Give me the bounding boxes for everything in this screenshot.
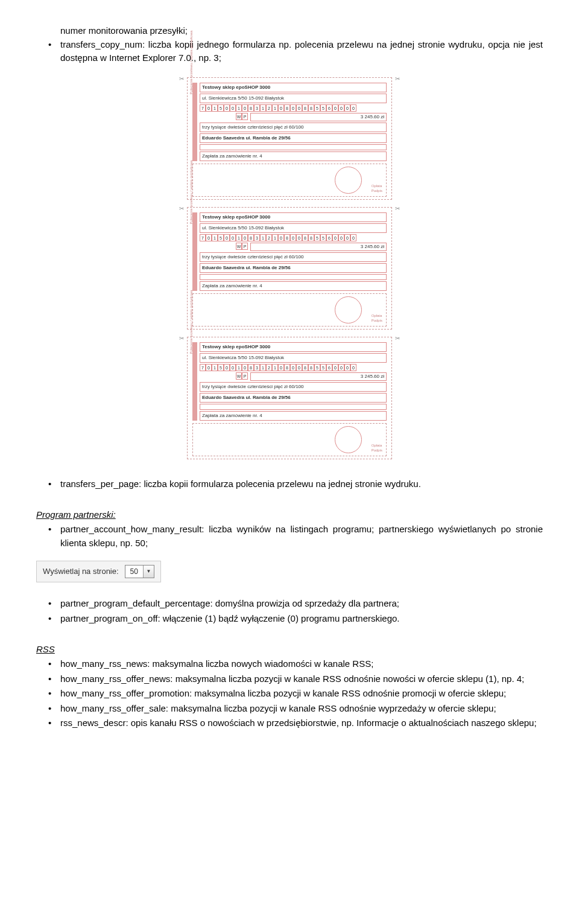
stamp-circle-icon — [335, 167, 362, 194]
bullet-text: partner_account_how_many_result: liczba … — [60, 524, 543, 548]
bullet-text: how_many_rss_news: maksymalna liczba now… — [60, 658, 373, 669]
digit: 0 — [230, 234, 236, 241]
stamp-labels: Opłata Podpis — [372, 184, 382, 194]
digit: 0 — [338, 234, 344, 241]
transfer-forms-preview: ✂ ✂ Polecenie przelewu / wpłata gotówkow… — [36, 77, 543, 459]
digit: 0 — [242, 364, 248, 371]
digit: 0 — [224, 364, 230, 371]
slip-amount-words: trzy tysiące dwieście czterdzieści pięć … — [200, 123, 387, 132]
bullet-rss-offer-news: how_many_rss_offer_news: maksymalna licz… — [36, 672, 543, 686]
slip-amount: 3 245.60 zł — [250, 372, 387, 381]
cur-letter: P — [242, 372, 248, 380]
digit: 1 — [212, 104, 218, 112]
digit: 6 — [326, 234, 332, 241]
digit: 5 — [218, 364, 224, 371]
per-page-dropdown-widget: Wyświetlaj na stronie: 50 ▼ — [36, 561, 161, 582]
stamp-label-fee: Opłata — [372, 184, 382, 189]
slip-payer: Eduardo Saavedra ul. Rambla de 29/56 — [200, 133, 387, 143]
digit: 8 — [248, 234, 254, 241]
bullet-text: partner_program_on_off: włączenie (1) bą… — [60, 613, 400, 623]
slip-title: Zapłata za zamówienie nr. 4 — [200, 281, 387, 291]
digit: 8 — [308, 364, 314, 371]
bullet-text: how_many_rss_offer_news: maksymalna licz… — [60, 674, 524, 684]
digit: 5 — [320, 364, 326, 371]
scissor-icon: ✂ — [395, 204, 400, 213]
slip-shop-name: Testowy sklep epoSHOP 3000 — [200, 342, 387, 352]
digit: 1 — [272, 364, 278, 371]
digit: 7 — [200, 234, 206, 241]
select-value: 50 — [125, 566, 143, 577]
scissor-icon: ✂ — [179, 334, 184, 343]
digit: 0 — [278, 234, 284, 241]
digit: 1 — [260, 104, 266, 112]
bullet-text: transfers_copy_num: liczba kopii jednego… — [60, 39, 543, 63]
cur-letter: W — [236, 372, 242, 380]
digit: 0 — [350, 234, 356, 241]
digit: 5 — [314, 104, 320, 112]
digit: 1 — [236, 364, 242, 371]
slip-payer: Eduardo Saavedra ul. Rambla de 29/56 — [200, 263, 387, 273]
digit: 0 — [344, 104, 350, 112]
digit: 1 — [212, 234, 218, 241]
bullet-text: rss_news_descr: opis kanału RSS o nowośc… — [60, 718, 537, 728]
cur-letter: W — [236, 243, 242, 250]
slip-shop-name: Testowy sklep epoSHOP 3000 — [200, 212, 387, 222]
digit: 0 — [224, 234, 230, 241]
bullet-rss-news: how_many_rss_news: maksymalna liczba now… — [36, 657, 543, 671]
slip-amount: 3 245.60 zł — [250, 243, 387, 251]
digit: 1 — [260, 364, 266, 371]
heading-partner-program: Program partnerski: — [36, 508, 543, 522]
slip-vertical-label: Polecenie przelewu / wpłata gotówkowa — [189, 164, 194, 224]
transfer-slip: ✂ ✂ Polecenie przelewu / wpłata gotówkow… — [187, 77, 392, 200]
digit: 0 — [296, 234, 302, 241]
bullet-transfers-per-page: transfers_per_page: liczba kopii formula… — [36, 477, 543, 491]
digit: 8 — [248, 104, 254, 112]
digit: 8 — [284, 104, 290, 112]
stamp-labels: Opłata Podpis — [372, 314, 382, 323]
digit: 8 — [248, 364, 254, 371]
after-forms-list: transfers_per_page: liczba kopii formula… — [36, 477, 543, 491]
digit: 0 — [206, 364, 212, 371]
digit: 6 — [326, 104, 332, 112]
digit: 0 — [344, 234, 350, 241]
digit: 2 — [266, 104, 272, 112]
per-page-select[interactable]: 50 ▼ — [125, 565, 154, 578]
slip-amount-words: trzy tysiące dwieście czterdzieści pięć … — [200, 382, 387, 392]
slip-empty-row — [200, 144, 387, 150]
bullet-partner-on-off: partner_program_on_off: włączenie (1) bą… — [36, 612, 543, 626]
slip-amount-words: trzy tysiące dwieście czterdzieści pięć … — [200, 252, 387, 262]
digit: 0 — [242, 104, 248, 112]
digit: 3 — [254, 234, 260, 241]
partner-list-2: partner_program_default_percentage: domy… — [36, 597, 543, 625]
stamp-label-fee: Opłata — [372, 444, 382, 448]
transfer-slip: ✂ ✂ Polecenie przelewu / wpłata gotówkow… — [187, 337, 392, 459]
slip-empty-row — [200, 404, 387, 410]
bullet-text: how_many_rss_offer_promotion: maksymalna… — [60, 688, 506, 698]
bullet-partner-default-percentage: partner_program_default_percentage: domy… — [36, 597, 543, 611]
cur-letter: W — [236, 113, 242, 120]
stamp-label-sign: Podpis — [372, 189, 382, 194]
slip-currency-row: W P 3 245.60 zł — [200, 372, 387, 381]
slip-account-row: 70150010831210800885560000 — [200, 104, 387, 112]
digit: 8 — [302, 364, 308, 371]
bullet-rss-news-descr: rss_news_descr: opis kanału RSS o nowośc… — [36, 716, 543, 730]
digit: 5 — [320, 104, 326, 112]
digit: 1 — [272, 234, 278, 241]
chevron-down-icon: ▼ — [143, 566, 154, 578]
bullet-partner-account-results: partner_account_how_many_result: liczba … — [36, 523, 543, 550]
slip-title: Zapłata za zamówienie nr. 4 — [200, 151, 387, 161]
digit: 0 — [344, 364, 350, 371]
intro-list: transfers_copy_num: liczba kopii jednego… — [36, 38, 543, 65]
digit: 0 — [332, 364, 338, 371]
rss-list: how_many_rss_news: maksymalna liczba now… — [36, 657, 543, 730]
digit: 0 — [290, 234, 296, 241]
digit: 0 — [350, 104, 356, 112]
slip-vertical-label: Polecenie przelewu / wpłata gotówkowa — [189, 34, 194, 94]
digit: 8 — [308, 104, 314, 112]
slip-shop-addr: ul. Sienkiewicza 5/50 15-092 Białystok — [200, 223, 387, 233]
slip-account-row: 70150010831210800885560000 — [200, 234, 387, 241]
stamp-label-sign: Podpis — [372, 448, 382, 453]
slip-title: Zapłata za zamówienie nr. 4 — [200, 411, 387, 421]
digit: 3 — [254, 364, 260, 371]
heading-rss: RSS — [36, 643, 543, 657]
